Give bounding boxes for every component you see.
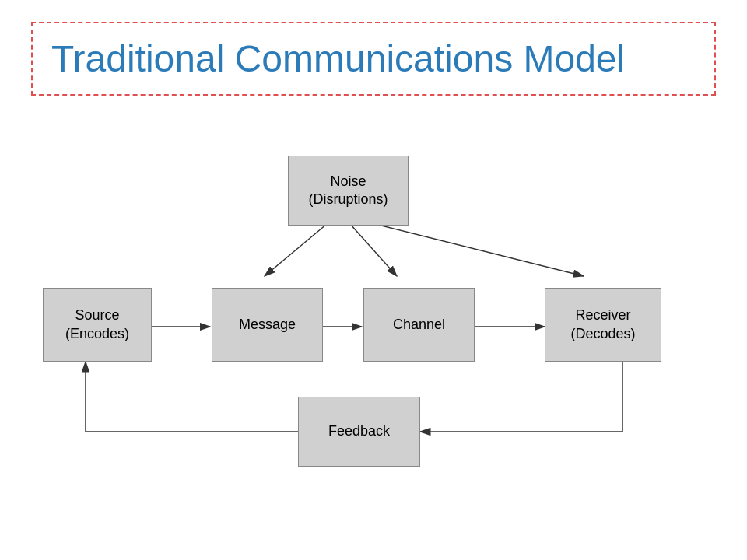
channel-box: Channel [363,288,475,362]
svg-line-3 [366,222,584,276]
page-title: Traditional Communications Model [51,37,696,80]
feedback-label: Feedback [328,422,390,440]
noise-box: Noise(Disruptions) [288,156,409,226]
noise-label: Noise(Disruptions) [308,173,388,209]
svg-line-2 [350,224,397,276]
title-box: Traditional Communications Model [31,22,716,96]
receiver-box: Receiver(Decodes) [545,288,661,362]
message-label: Message [239,316,296,334]
diagram: Noise(Disruptions) Source(Encodes) Messa… [0,124,747,560]
receiver-label: Receiver(Decodes) [570,306,635,343]
feedback-box: Feedback [298,397,420,467]
message-box: Message [212,288,323,362]
source-label: Source(Encodes) [65,306,129,343]
source-box: Source(Encodes) [43,288,152,362]
channel-label: Channel [393,316,445,334]
svg-line-1 [265,224,327,276]
